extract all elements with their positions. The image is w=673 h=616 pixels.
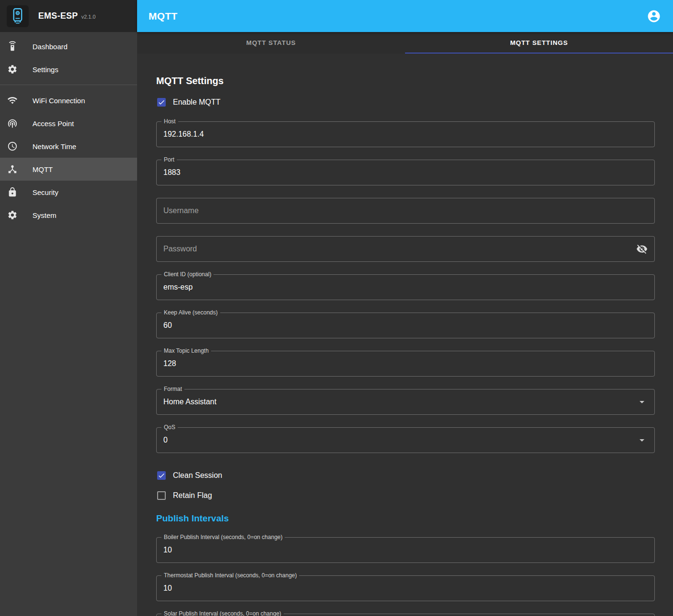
max-topic-length-field[interactable]: Max Topic Length 128 <box>156 351 655 377</box>
sidebar-divider <box>0 85 137 85</box>
host-field[interactable]: Host 192.168.1.4 <box>156 121 655 147</box>
field-placeholder: Password <box>163 245 197 253</box>
field-label: Boiler Publish Interval (seconds, 0=on c… <box>161 534 285 541</box>
field-value: 128 <box>163 359 176 368</box>
sidebar-item-label: Dashboard <box>32 43 67 51</box>
sidebar-item-label: Network Time <box>32 142 76 151</box>
device-hub-icon <box>7 163 18 175</box>
sidebar-item-label: WiFi Connection <box>32 97 85 105</box>
app-title: EMS-ESPv2.1.0 <box>38 11 96 21</box>
field-value: 1883 <box>163 168 181 177</box>
boiler-logo-icon <box>9 8 26 25</box>
sidebar-item-dashboard[interactable]: Dashboard <box>0 35 137 58</box>
checkbox-checked-icon[interactable] <box>157 471 166 480</box>
field-label: Thermostat Publish Interval (seconds, 0=… <box>161 572 299 579</box>
client-id-field[interactable]: Client ID (optional) ems-esp <box>156 274 655 300</box>
sidebar-item-system[interactable]: System <box>0 204 137 227</box>
account-circle-icon[interactable] <box>646 9 662 24</box>
tab-mqtt-settings[interactable]: MQTT SETTINGS <box>405 32 673 54</box>
clock-icon <box>7 140 18 152</box>
field-value: Home Assistant <box>163 398 216 406</box>
remote-icon <box>7 41 18 52</box>
password-field[interactable]: Password <box>156 236 655 262</box>
sidebar-item-label: System <box>32 211 56 219</box>
field-label: QoS <box>161 424 178 431</box>
appbar: MQTT <box>137 0 673 32</box>
sidebar-item-wifi-connection[interactable]: WiFi Connection <box>0 89 137 112</box>
page-title: MQTT <box>149 11 178 22</box>
field-value: ems-esp <box>163 283 192 292</box>
clean-session-checkbox[interactable]: Clean Session <box>156 465 655 486</box>
field-label: Format <box>161 386 184 393</box>
dropdown-caret-icon[interactable] <box>636 434 648 446</box>
keep-alive-field[interactable]: Keep Alive (seconds) 60 <box>156 313 655 338</box>
app-logo <box>7 5 29 27</box>
main-content: MQTT Settings Enable MQTT Host 192.168.1… <box>137 54 673 616</box>
sidebar-item-label: MQTT <box>32 165 53 173</box>
publish-intervals-title: Publish Intervals <box>156 512 655 525</box>
wifi-icon <box>7 95 18 106</box>
enable-mqtt-checkbox[interactable]: Enable MQTT <box>156 92 655 113</box>
port-field[interactable]: Port 1883 <box>156 160 655 185</box>
gear-icon <box>7 209 18 221</box>
checkbox-unchecked-icon[interactable] <box>157 491 166 500</box>
field-value: 10 <box>163 546 172 554</box>
field-label: Solar Publish Interval (seconds, 0=on ch… <box>161 610 284 616</box>
retain-flag-checkbox[interactable]: Retain Flag <box>156 486 655 506</box>
qos-select[interactable]: QoS 0 <box>156 427 655 453</box>
format-select[interactable]: Format Home Assistant <box>156 389 655 415</box>
lock-icon <box>7 186 18 198</box>
checkbox-label: Retain Flag <box>173 491 212 500</box>
visibility-off-icon[interactable] <box>636 243 648 255</box>
checkbox-label: Enable MQTT <box>173 98 221 107</box>
sidebar-header: EMS-ESPv2.1.0 <box>0 0 137 32</box>
form-title: MQTT Settings <box>156 75 655 87</box>
field-label: Keep Alive (seconds) <box>161 309 220 316</box>
sidebar-item-network-time[interactable]: Network Time <box>0 135 137 158</box>
gear-icon <box>7 64 18 75</box>
dropdown-caret-icon[interactable] <box>636 396 648 408</box>
boiler-interval-field[interactable]: Boiler Publish Interval (seconds, 0=on c… <box>156 537 655 563</box>
sidebar-item-access-point[interactable]: Access Point <box>0 112 137 135</box>
field-value: 192.168.1.4 <box>163 130 204 139</box>
checkbox-checked-icon[interactable] <box>157 98 166 107</box>
thermostat-interval-field[interactable]: Thermostat Publish Interval (seconds, 0=… <box>156 575 655 601</box>
field-value: 60 <box>163 321 172 330</box>
field-label: Port <box>161 156 177 163</box>
field-value: 0 <box>163 436 168 444</box>
tab-mqtt-status[interactable]: MQTT STATUS <box>137 32 405 54</box>
sidebar-item-label: Security <box>32 188 58 196</box>
sidebar: EMS-ESPv2.1.0 Dashboard Settings WiFi Co… <box>0 0 137 616</box>
solar-interval-field[interactable]: Solar Publish Interval (seconds, 0=on ch… <box>156 614 655 616</box>
sidebar-item-settings[interactable]: Settings <box>0 58 137 81</box>
sidebar-item-label: Access Point <box>32 119 74 128</box>
sidebar-item-mqtt[interactable]: MQTT <box>0 158 137 181</box>
field-label: Client ID (optional) <box>161 271 214 278</box>
sidebar-item-security[interactable]: Security <box>0 181 137 204</box>
sidebar-item-label: Settings <box>32 65 58 74</box>
sidebar-nav: Dashboard Settings WiFi Connection Acces… <box>0 32 137 227</box>
wifi-tethering-icon <box>7 118 18 129</box>
field-label: Max Topic Length <box>161 347 211 355</box>
checkbox-label: Clean Session <box>173 471 222 480</box>
field-label: Host <box>161 118 178 125</box>
app-name: EMS-ESP <box>38 11 78 21</box>
field-value: 10 <box>163 584 172 593</box>
field-placeholder: Username <box>163 206 199 215</box>
app-version: v2.1.0 <box>81 14 96 20</box>
tabbar: MQTT STATUS MQTT SETTINGS <box>137 32 673 54</box>
username-field[interactable]: Username <box>156 198 655 224</box>
